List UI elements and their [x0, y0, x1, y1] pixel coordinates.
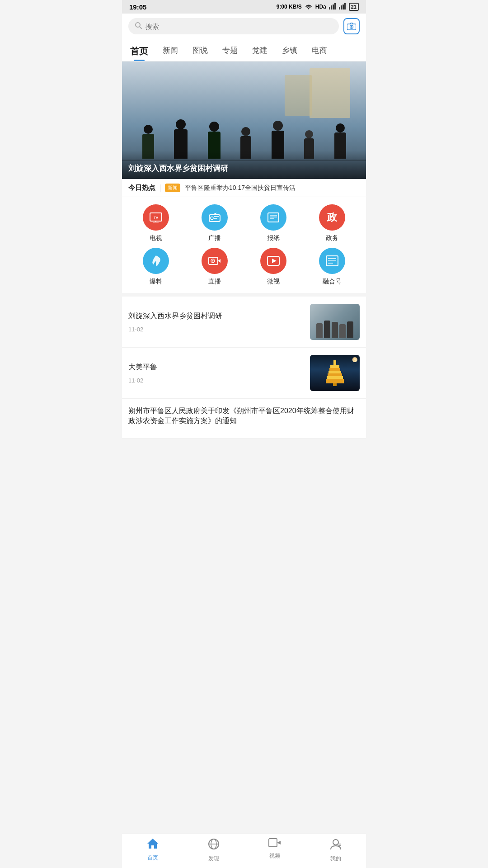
hero-image[interactable]: 刘旋深入西水界乡贫困村调研 [122, 61, 366, 179]
signal2-icon [339, 3, 346, 11]
ticker-text: 平鲁区隆重举办10.17全国扶贫日宣传活 [185, 184, 296, 192]
svg-rect-4 [339, 7, 340, 9]
svg-point-18 [211, 217, 213, 220]
news-item-3[interactable]: 朔州市平鲁区人民政府关于印发《朔州市平鲁区2020年统筹整合使用财政涉农资金工作… [122, 399, 366, 439]
hot-label: 今日热点 [128, 184, 155, 192]
news-thumb-1 [310, 304, 360, 340]
svg-rect-7 [344, 3, 346, 9]
search-input-wrap[interactable] [128, 18, 339, 34]
breaking-label: 爆料 [150, 278, 162, 286]
tab-news[interactable]: 新闻 [161, 42, 180, 61]
news-thumb-2: 🌕 [310, 355, 360, 391]
tab-township[interactable]: 乡镇 [280, 42, 299, 61]
news-text-1: 刘旋深入西水界乡贫困村调研 11-02 [128, 311, 305, 332]
svg-text:TV: TV [154, 216, 159, 220]
signal-icon [329, 3, 336, 11]
cat-newspaper[interactable]: 报纸 [244, 204, 303, 242]
tab-home[interactable]: 首页 [128, 42, 150, 61]
svg-point-29 [212, 260, 214, 262]
newspaper-label: 报纸 [267, 234, 280, 242]
svg-rect-1 [331, 5, 332, 9]
search-bar-area [122, 14, 366, 39]
nav-tabs: 首页 新闻 图说 专题 党建 乡镇 电商 [122, 39, 366, 61]
svg-rect-22 [268, 213, 279, 222]
live-label: 直播 [208, 278, 221, 286]
hero-caption: 刘旋深入西水界乡贫困村调研 [128, 164, 228, 173]
politics-label: 政务 [326, 234, 338, 242]
tv-icon: TV [143, 204, 169, 231]
news-title-2: 大美平鲁 [128, 362, 305, 372]
status-bar: 19:05 9:00 KB/S HDa 21 [122, 0, 366, 14]
cat-tv[interactable]: TV 电视 [127, 204, 185, 242]
news-item-2[interactable]: 大美平鲁 11-02 🌕 [122, 348, 366, 399]
radio-icon [202, 204, 228, 231]
svg-rect-6 [343, 5, 344, 9]
radio-label: 广播 [208, 234, 221, 242]
tab-special[interactable]: 专题 [221, 42, 239, 61]
hd-label: HDa [315, 4, 326, 10]
live-icon [202, 248, 228, 274]
tv-label: 电视 [150, 234, 162, 242]
svg-marker-31 [272, 259, 277, 263]
camera-button[interactable] [343, 18, 360, 34]
ticker-divider [160, 184, 160, 192]
search-icon [135, 22, 142, 31]
cat-radio[interactable]: 广播 [185, 204, 244, 242]
news-date-2: 11-02 [128, 377, 305, 384]
hot-ticker: 今日热点 新闻 平鲁区隆重举办10.17全国扶贫日宣传活 [122, 179, 366, 197]
news-date-1: 11-02 [128, 326, 305, 333]
fusion-label: 融合号 [323, 278, 342, 286]
wifi-icon [305, 3, 313, 11]
svg-point-12 [351, 26, 352, 28]
cat-micro[interactable]: 微视 [244, 248, 303, 286]
news-badge: 新闻 [165, 184, 180, 192]
cat-fusion[interactable]: 融合号 [303, 248, 361, 286]
svg-rect-0 [329, 7, 330, 9]
breaking-icon [143, 248, 169, 274]
fusion-icon [319, 248, 345, 274]
tab-party[interactable]: 党建 [250, 42, 269, 61]
politics-icon: 政 [319, 204, 345, 231]
news-text-2: 大美平鲁 11-02 [128, 362, 305, 383]
cat-breaking[interactable]: 爆料 [127, 248, 185, 286]
cat-politics[interactable]: 政 政务 [303, 204, 361, 242]
svg-rect-5 [341, 5, 342, 9]
categories-grid: TV 电视 广播 报纸 政 政务 爆料 直播 微视 [122, 197, 366, 293]
network-speed: 9:00 KB/S [277, 4, 302, 10]
svg-rect-3 [334, 3, 336, 9]
news-item-1[interactable]: 刘旋深入西水界乡贫困村调研 11-02 [122, 297, 366, 348]
news-title-1: 刘旋深入西水界乡贫困村调研 [128, 311, 305, 321]
svg-rect-2 [333, 5, 334, 9]
status-time: 19:05 [129, 3, 146, 11]
search-input[interactable] [145, 23, 333, 30]
news-title-3: 朔州市平鲁区人民政府关于印发《朔州市平鲁区2020年统筹整合使用财政涉农资金工作… [128, 406, 360, 426]
news-text-3: 朔州市平鲁区人民政府关于印发《朔州市平鲁区2020年统筹整合使用财政涉农资金工作… [128, 406, 360, 431]
cat-live[interactable]: 直播 [185, 248, 244, 286]
svg-line-9 [140, 27, 141, 28]
status-icons: 9:00 KB/S HDa 21 [277, 3, 359, 11]
micro-icon [260, 248, 286, 274]
battery-icon: 21 [349, 3, 359, 11]
newspaper-icon [260, 204, 286, 231]
news-list: 刘旋深入西水界乡贫困村调研 11-02 大美平鲁 11-02 [122, 297, 366, 439]
tab-ecommerce[interactable]: 电商 [310, 42, 329, 61]
tab-photo[interactable]: 图说 [191, 42, 210, 61]
micro-label: 微视 [267, 278, 280, 286]
